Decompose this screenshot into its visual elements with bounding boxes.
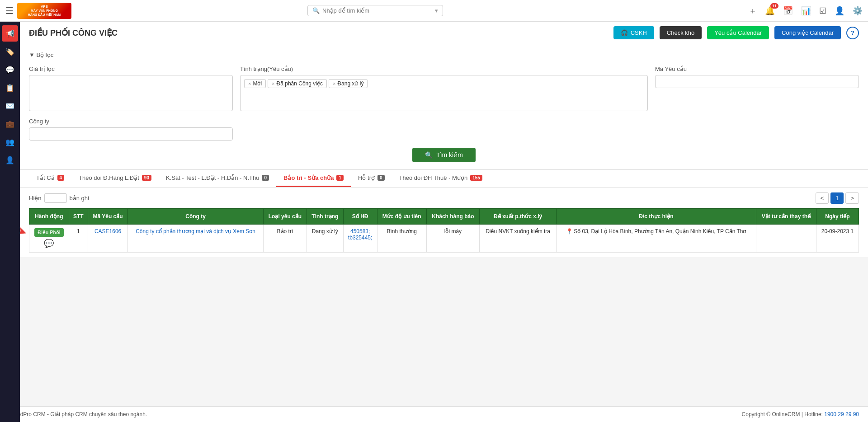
so-hd-link-1[interactable]: 450583; [350,228,370,234]
cong-ty-input[interactable] [29,127,233,141]
table-header: Hành động STT Mã Yêu cầu Công ty Loại yê… [29,209,859,225]
dieu-phoi-button[interactable]: Điều Phối [34,228,64,237]
remove-da-phan-icon[interactable]: × [272,81,274,86]
col-so-hd: Số HĐ [343,209,377,225]
filter-gia-tri-loc: Giá trị lọc [29,66,233,113]
actions-cell: ➤ Điều Phối 💬 [33,228,65,249]
top-nav-icons: ＋ 🔔 11 📅 📊 ☑ 👤 ⚙️ [749,5,863,16]
col-cong-ty: Công ty [128,209,264,225]
hamburger-icon[interactable]: ☰ [5,5,14,16]
col-stt: STT [69,209,88,225]
table-row: ➤ Điều Phối 💬 1 CASE1606 Công ty cổ phần… [29,225,859,253]
yeu-cau-calendar-button[interactable]: Yêu cầu Calendar [707,26,769,39]
help-button[interactable]: ? [846,27,859,39]
col-loai-yeu-cau: Loại yêu cầu [263,209,307,225]
page-title: ĐIỀU PHỐI CÔNG VIỆC [29,28,608,38]
page-header: ĐIỀU PHỐI CÔNG VIỆC 🎧 CSKH Check kho Yêu… [20,22,868,44]
notification-badge: 11 [770,3,778,9]
cell-so-hd: 450583; tb325445; [343,225,377,253]
col-ngay-tiep: Ngày tiếp [816,209,859,225]
chevron-down-icon: ▾ [435,7,438,14]
filter-toggle[interactable]: ▼ Bộ lọc [29,52,859,58]
remove-dang-xu-ly-icon[interactable]: × [333,81,335,86]
top-navbar: ☰ VPSMÁY VĂN PHÒNGHÀNG ĐẦU VIỆT NAM 🔍 ▾ … [0,0,868,22]
sidebar-item-briefcase[interactable]: 💼 [2,116,18,132]
tab-ho-tro[interactable]: Hỗ trợ 0 [351,170,392,187]
so-hd-link-2[interactable]: tb325445; [348,234,372,241]
filter-row2: Công ty [29,118,859,141]
status-moi-label: Mới [253,80,262,87]
status-box[interactable]: × Mới × Đã phân Công việc × Đang xử lý [240,75,648,111]
ma-yeu-cau-input[interactable]: CASE1606 [655,75,859,88]
tinh-trang-label: Tình trạng(Yêu cầu) [240,66,648,72]
notification-icon[interactable]: 🔔 11 [765,6,775,16]
cskh-button[interactable]: 🎧 CSKH [613,26,654,39]
records-suffix: bản ghi [70,195,89,202]
check-kho-button[interactable]: Check kho [660,26,702,39]
map-pin-icon: 📍 [566,228,573,234]
col-vat-tu: Vật tư cần thay thế [756,209,816,225]
tab-bao-tri[interactable]: Bảo trì - Sửa chữa 1 [276,170,351,187]
gia-tri-loc-input[interactable] [29,75,233,111]
sidebar-item-list[interactable]: 📋 [2,80,18,96]
sidebar-item-users[interactable]: 👥 [2,134,18,150]
sidebar-item-chat[interactable]: 💬 [2,61,18,78]
tab-ksat[interactable]: K.Sát - Test - L.Đặt - H.Dẫn - N.Thu 0 [159,170,276,187]
cell-khach-hang: lỗi máy [426,225,479,253]
cell-ma-yeu-cau: CASE1606 [88,225,127,253]
ma-yeu-cau-link[interactable]: CASE1606 [94,228,121,234]
sidebar-item-tag[interactable]: 🏷️ [2,43,18,60]
profile-icon[interactable]: 👤 [835,6,844,16]
cell-ngay-tiep: 20-09-2023 1 [816,225,859,253]
current-page-button[interactable]: 1 [830,192,844,204]
tab-theo-doi[interactable]: Theo dõi Đ.Hàng L.Đặt 93 [71,170,159,187]
remove-moi-icon[interactable]: × [248,81,251,86]
gia-tri-loc-label: Giá trị lọc [29,66,233,72]
add-icon[interactable]: ＋ [749,5,757,16]
records-per-page-input[interactable]: 10 [44,193,67,203]
filter-section: ▼ Bộ lọc Giá trị lọc Tình trạng(Yêu cầu)… [20,44,868,170]
sidebar-item-user[interactable]: 👤 [2,152,18,168]
cell-vat-tu [756,225,816,253]
cong-ty-label: Công ty [29,118,233,125]
ma-yeu-cau-label: Mã Yêu cầu [655,66,859,72]
search-btn-icon: 🔍 [425,151,433,159]
logo: VPSMÁY VĂN PHÒNGHÀNG ĐẦU VIỆT NAM [17,3,71,19]
status-da-phan-label: Đã phân Công việc [277,80,323,87]
status-tag-dang-xu-ly: × Đang xử lý [329,79,368,88]
sidebar-item-mail[interactable]: ✉️ [2,98,18,114]
next-page-button[interactable]: > [845,192,859,204]
dashboard-icon[interactable]: 📊 [801,6,811,16]
filter-ma-yeu-cau: Mã Yêu cầu CASE1606 [655,66,859,88]
cong-ty-link[interactable]: Công ty cổ phần thương mại và dịch vụ Xe… [136,228,255,234]
status-dang-xu-ly-label: Đang xử lý [337,80,363,87]
cell-loai-yeu-cau: Bảo trì [263,225,307,253]
col-muc-do: Mức độ ưu tiên [377,209,426,225]
col-tinh-trang: Tình trạng [307,209,343,225]
tab-tat-ca[interactable]: Tất Cả 4 [29,170,71,187]
search-box[interactable]: 🔍 ▾ [307,5,443,16]
col-khach-hang: Khách hàng báo [426,209,479,225]
settings-icon[interactable]: ⚙️ [853,6,863,16]
cell-stt: 1 [69,225,88,253]
dieu-phoi-wrapper: ➤ Điều Phối [34,228,64,237]
search-button[interactable]: 🔍 Tìm kiếm [412,148,476,162]
tab-thue-muon[interactable]: Theo dõi ĐH Thuê - Mượn 155 [392,170,490,187]
status-tag-da-phan: × Đã phân Công việc [268,79,327,88]
calendar-icon[interactable]: 📅 [783,6,793,16]
pagination: < 1 > [816,192,859,204]
data-table: Hành động STT Mã Yêu cầu Công ty Loại yê… [29,208,859,253]
search-input[interactable] [322,7,432,14]
records-label: Hiện [29,195,42,202]
status-tag-moi: × Mới [244,79,266,88]
logo-image: VPSMÁY VĂN PHÒNGHÀNG ĐẦU VIỆT NAM [17,3,71,19]
checkbox-icon[interactable]: ☑ [819,6,826,16]
prev-page-button[interactable]: < [816,192,829,204]
col-hanh-dong: Hành động [29,209,69,225]
sidebar-item-broadcast[interactable]: 📢 [2,25,18,42]
comment-icon[interactable]: 💬 [44,239,54,249]
cong-viec-calendar-button[interactable]: Công việc Calendar [774,26,841,39]
cell-dia-chi: 📍Số 03, Đại Lộ Hòa Bình, Phường Tân An, … [557,225,756,253]
table-area: Hiện 10 bản ghi < 1 > Hành động STT Mã Y… [20,188,868,257]
col-ma-yeu-cau: Mã Yêu cầu [88,209,127,225]
